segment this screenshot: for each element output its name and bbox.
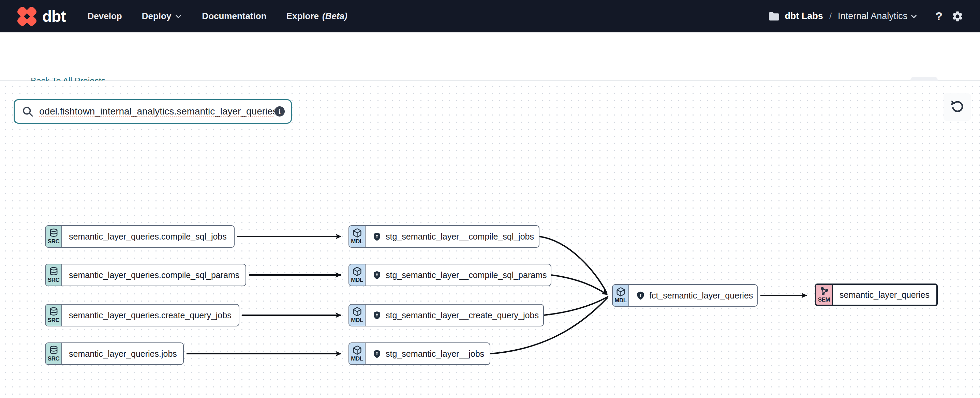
model-badge: MDL xyxy=(613,285,629,306)
lineage-node-model[interactable]: MDL stg_semantic_layer__jobs xyxy=(348,343,490,365)
badge-label: MDL xyxy=(351,317,363,324)
database-icon xyxy=(49,345,59,355)
cube-icon xyxy=(352,266,362,276)
nav-item-label: Documentation xyxy=(202,11,266,21)
lineage-canvas[interactable]: odel.fishtown_internal_analytics.semanti… xyxy=(0,81,980,398)
node-label: fct_semantic_layer_queries xyxy=(649,291,753,301)
node-label: semantic_layer_queries.compile_sql_jobs xyxy=(69,232,227,242)
lineage-node-source[interactable]: SRC semantic_layer_queries.jobs xyxy=(45,343,184,365)
nav-item-label: Deploy xyxy=(142,11,172,21)
cube-icon xyxy=(616,287,626,297)
breadcrumb-separator: / xyxy=(828,11,833,21)
nav-item-deploy[interactable]: Deploy xyxy=(142,11,183,21)
badge-label: SRC xyxy=(48,238,59,245)
nav-item-documentation[interactable]: Documentation xyxy=(202,11,266,21)
brand-name: dbt xyxy=(42,7,66,25)
model-badge: MDL xyxy=(349,226,366,247)
node-label: stg_semantic_layer__jobs xyxy=(386,349,484,359)
nav-right: dbt Labs / Internal Analytics ? xyxy=(768,10,964,23)
node-label: semantic_layer_queries xyxy=(840,290,929,300)
database-icon xyxy=(49,307,59,317)
dbt-logo[interactable]: dbt xyxy=(16,6,66,27)
source-badge: SRC xyxy=(46,265,62,285)
contract-shield-icon xyxy=(372,271,382,280)
account-breadcrumb: dbt Labs / Internal Analytics xyxy=(768,11,918,21)
source-badge: SRC xyxy=(46,343,62,364)
badge-label: SRC xyxy=(48,317,59,324)
top-nav: dbt Develop Deploy Documentation Explore… xyxy=(0,0,980,32)
model-badge: MDL xyxy=(349,343,366,364)
badge-label: MDL xyxy=(614,297,627,304)
contract-shield-icon xyxy=(636,291,645,300)
contract-shield-icon xyxy=(372,232,382,241)
help-icon[interactable]: ? xyxy=(935,10,942,23)
node-label: stg_semantic_layer__compile_sql_params xyxy=(386,270,547,280)
lineage-node-source[interactable]: SRC semantic_layer_queries.create_query_… xyxy=(45,304,239,327)
badge-label: MDL xyxy=(351,277,363,284)
badge-label: MDL xyxy=(351,355,363,362)
beta-tag: (Beta) xyxy=(322,11,347,21)
nav-item-label: Explore xyxy=(286,11,319,21)
lineage-node-source[interactable]: SRC semantic_layer_queries.compile_sql_p… xyxy=(45,264,246,286)
chevron-down-icon xyxy=(910,13,918,20)
contract-shield-icon xyxy=(372,311,382,320)
project-name: Internal Analytics xyxy=(838,11,907,21)
source-badge: SRC xyxy=(46,226,62,247)
lineage-node-model[interactable]: MDL stg_semantic_layer__compile_sql_jobs xyxy=(348,225,539,248)
node-label: semantic_layer_queries.jobs xyxy=(69,349,177,359)
settings-gear-icon[interactable] xyxy=(951,10,964,22)
node-label: stg_semantic_layer__create_query_jobs xyxy=(386,311,539,320)
cube-icon xyxy=(352,345,362,355)
badge-label: SRC xyxy=(48,277,59,284)
nav-item-label: Develop xyxy=(88,11,122,21)
project-switcher[interactable]: Internal Analytics xyxy=(838,11,918,21)
nav-item-develop[interactable]: Develop xyxy=(88,11,122,21)
model-badge: MDL xyxy=(349,265,366,285)
lineage-node-model[interactable]: MDL stg_semantic_layer__create_query_job… xyxy=(348,304,544,327)
database-icon xyxy=(49,266,59,276)
badge-label: MDL xyxy=(351,238,363,245)
semantic-triangle-icon xyxy=(819,286,829,296)
source-badge: SRC xyxy=(46,304,62,326)
lineage-node-semantic[interactable]: SEM semantic_layer_queries xyxy=(815,284,938,306)
dbt-explorer-screen: dbt Develop Deploy Documentation Explore… xyxy=(0,0,980,398)
node-label: stg_semantic_layer__compile_sql_jobs xyxy=(386,232,534,242)
chevron-down-icon xyxy=(175,13,182,20)
page-header: ← Back To All Projects Internal Analytic… xyxy=(0,32,980,81)
contract-shield-icon xyxy=(372,349,382,358)
cube-icon xyxy=(352,228,362,238)
badge-label: SRC xyxy=(48,355,59,362)
node-label: semantic_layer_queries.compile_sql_param… xyxy=(69,270,239,280)
lineage-node-source[interactable]: SRC semantic_layer_queries.compile_sql_j… xyxy=(45,225,235,248)
dbt-logo-icon xyxy=(16,6,38,27)
org-name: dbt Labs xyxy=(784,11,823,21)
lineage-node-model[interactable]: MDL stg_semantic_layer__compile_sql_para… xyxy=(348,264,551,286)
badge-label: SEM xyxy=(818,297,830,303)
cube-icon xyxy=(352,307,362,317)
lineage-node-model[interactable]: MDL fct_semantic_layer_queries xyxy=(612,284,758,307)
nav-item-explore[interactable]: Explore (Beta) xyxy=(286,11,347,21)
semantic-badge: SEM xyxy=(816,285,833,304)
node-label: semantic_layer_queries.create_query_jobs xyxy=(69,311,232,320)
nav-links: Develop Deploy Documentation Explore (Be… xyxy=(88,11,347,21)
folder-icon xyxy=(768,11,780,21)
model-badge: MDL xyxy=(349,304,366,326)
database-icon xyxy=(49,228,59,238)
